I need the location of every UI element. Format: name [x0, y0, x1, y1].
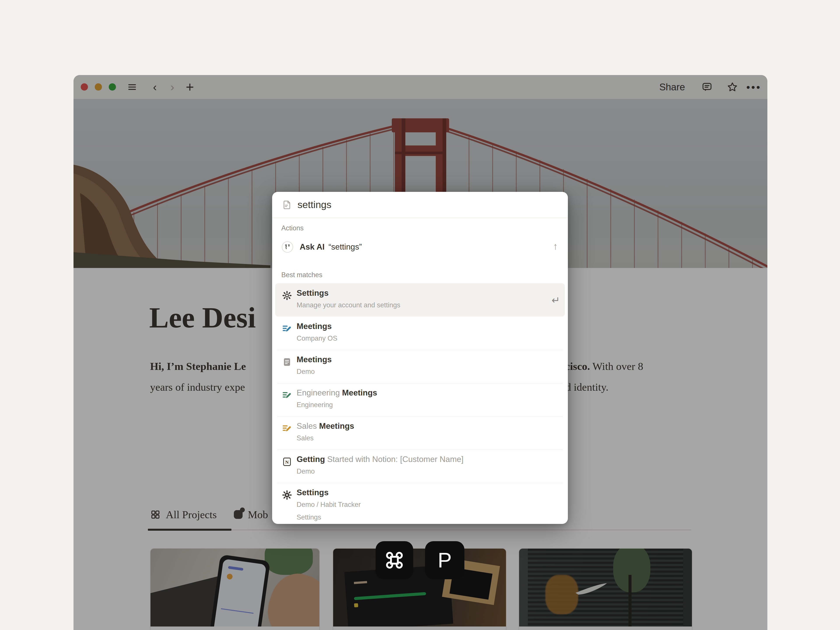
result-meetings-companyos[interactable]: Meetings Company OS: [272, 317, 568, 350]
result-engineering-meetings[interactable]: Engineering Meetings Engineering: [272, 383, 568, 416]
keycap-command: [376, 541, 413, 579]
search-input[interactable]: [297, 199, 538, 210]
meetings-list-icon: [282, 423, 292, 434]
keycap-p: P: [425, 541, 464, 579]
ask-ai-query: “settings”: [328, 242, 362, 251]
result-sales-meetings[interactable]: Sales Meetings Sales: [272, 416, 568, 450]
command-icon: [384, 550, 404, 570]
arrow-up-icon: ↑: [553, 241, 558, 252]
section-label-actions: Actions: [281, 224, 304, 232]
search-bar: [272, 192, 568, 218]
document-icon: [282, 357, 292, 367]
enter-key-icon: ↵: [551, 294, 560, 306]
search-results: Settings Manage your account and setting…: [272, 283, 568, 524]
page-search-icon: [282, 200, 292, 210]
meetings-list-icon: [282, 390, 292, 401]
ask-ai-label: Ask AI: [300, 242, 325, 251]
cog-icon: [282, 490, 292, 500]
search-modal: Actions Ask AI “settings” ↑ Best matches: [272, 192, 568, 524]
gear-icon: [282, 290, 292, 301]
divider: [272, 218, 568, 218]
section-label-best-matches: Best matches: [281, 271, 322, 279]
notion-logo-icon: N: [282, 456, 292, 467]
result-meetings-demo[interactable]: Meetings Demo: [272, 350, 568, 383]
notion-ai-face-icon: [281, 241, 294, 253]
ask-ai-row[interactable]: Ask AI “settings”: [272, 235, 568, 258]
result-settings[interactable]: Settings Manage your account and setting…: [272, 283, 568, 317]
result-settings-habit-tracker[interactable]: Settings Demo / Habit Tracker Settings: [272, 483, 568, 524]
svg-text:N: N: [285, 459, 289, 465]
result-getting-started[interactable]: N Getting Started with Notion: [Customer…: [272, 450, 568, 483]
meetings-list-icon: [282, 324, 292, 334]
